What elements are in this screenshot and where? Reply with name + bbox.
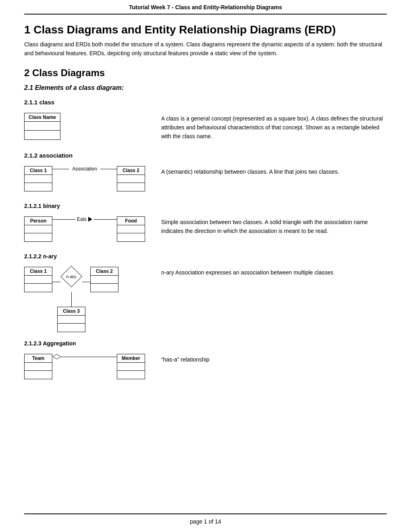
intro-text: Class diagrams and ERDs both model the s…	[24, 40, 387, 58]
nary-class2-method	[91, 284, 118, 292]
binary-diagram: Person Eats Food	[24, 216, 145, 242]
binary-class1-attr	[25, 225, 52, 233]
nary-class3-attr	[58, 316, 85, 324]
svg-marker-0	[53, 354, 61, 359]
assoc-class1-name: Class 1	[25, 166, 52, 175]
aggregation-diagram-row: Team Member “has-a” relation	[24, 354, 387, 379]
main-title: 1 Class Diagrams and Entity Relationship…	[24, 23, 387, 36]
nary-class1-attr	[25, 276, 52, 284]
nary-class3-box: Class 3	[57, 307, 85, 332]
class-diagram-area: Class Name	[24, 113, 161, 140]
nary-diamond-label: n-ary	[66, 274, 76, 279]
binary-diagram-area: Person Eats Food	[24, 216, 161, 242]
section212-title: 2.1.2 association	[24, 152, 387, 159]
page: Tutorial Week 7 - Class and Entity-Relat…	[0, 0, 411, 532]
agg-class1-method	[25, 371, 52, 379]
binary-class2-attr	[117, 225, 145, 233]
binary-arrow-icon	[88, 217, 92, 222]
agg-class2-method	[117, 371, 145, 379]
nary-diagram: Class 1 n-ary Class 2	[24, 267, 118, 332]
nary-class1-method	[25, 284, 52, 292]
assoc-left-line	[52, 169, 69, 169]
nary-desc: n-ary Association expresses an associati…	[161, 267, 387, 277]
assoc-line-container: Association	[52, 166, 117, 172]
class-box: Class Name	[24, 113, 60, 140]
agg-class1-box: Team	[24, 354, 52, 379]
nary-diagram-area: Class 1 n-ary Class 2	[24, 267, 161, 332]
assoc-diagram: Class 1 Association Class 2	[24, 166, 145, 191]
agg-line-container	[52, 354, 117, 360]
binary-class1-box: Person	[24, 216, 52, 242]
nary-diamond-shape: n-ary	[60, 266, 82, 288]
class-diagram-row: Class Name A class is a general concept …	[24, 113, 387, 141]
nary-line-left	[52, 282, 60, 282]
assoc-right-line	[100, 169, 117, 169]
aggregation-desc: “has-a” relationship	[161, 354, 387, 364]
section2-title: 2 Class Diagrams	[24, 67, 387, 79]
section2123-title: 2.1.2.3 Aggregation	[24, 340, 387, 347]
assoc-class2-name: Class 2	[117, 166, 145, 175]
agg-line	[61, 357, 117, 357]
nary-class1-name: Class 1	[25, 267, 52, 276]
assoc-label: Association	[69, 166, 100, 172]
binary-right-line	[94, 219, 117, 220]
agg-diamond-icon	[52, 354, 61, 360]
aggregation-diagram: Team Member	[24, 354, 145, 379]
assoc-class2-method	[117, 183, 145, 191]
nary-class2-name: Class 2	[91, 267, 118, 276]
nary-class1-box: Class 1	[24, 267, 52, 292]
nary-class3-name: Class 3	[58, 307, 85, 316]
nary-class3-method	[58, 324, 85, 332]
binary-class2-method	[117, 233, 145, 241]
assoc-diagram-area: Class 1 Association Class 2	[24, 166, 161, 191]
header-title: Tutorial Week 7 - Class and Entity-Relat…	[129, 4, 282, 10]
nary-class2-box: Class 2	[90, 267, 118, 292]
class-methods-section	[25, 131, 60, 139]
assoc-desc: A (semantic) relationship between classe…	[161, 166, 387, 177]
agg-class2-box: Member	[117, 354, 145, 379]
assoc-class1-attr	[25, 175, 52, 183]
binary-left-line	[52, 219, 75, 220]
agg-class1-name: Team	[25, 354, 52, 363]
assoc-class1-box: Class 1	[24, 166, 52, 191]
section2122-title: 2.1.2.2 n-ary	[24, 253, 387, 260]
nary-bottom-area: Class 3	[57, 292, 85, 332]
section21-title: 2.1 Elements of a class diagram:	[24, 84, 387, 91]
binary-class1-name: Person	[25, 217, 52, 225]
binary-class2-name: Food	[117, 217, 145, 225]
assoc-diagram-row: Class 1 Association Class 2 A (semantic)…	[24, 166, 387, 191]
nary-vert-line	[71, 292, 72, 307]
binary-assoc-label: Eats	[75, 216, 88, 222]
nary-diamond-wrap: n-ary	[60, 266, 82, 287]
footer-text: page 1 of 14	[190, 518, 221, 525]
nary-class2-attr	[91, 276, 118, 284]
nary-top-row: Class 1 n-ary Class 2	[24, 267, 118, 292]
nary-line-right	[82, 282, 90, 282]
section211-title: 2.1.1 class	[24, 99, 387, 106]
binary-desc: Simple association between two classes. …	[161, 216, 387, 235]
assoc-class2-box: Class 2	[117, 166, 145, 191]
class-desc: A class is a general concept (represente…	[161, 113, 387, 141]
section2121-title: 2.1.2.1 binary	[24, 203, 387, 209]
assoc-class1-method	[25, 183, 52, 191]
aggregation-diagram-area: Team Member	[24, 354, 161, 379]
agg-class2-attr	[117, 363, 145, 371]
assoc-class2-attr	[117, 175, 145, 183]
class-name-label: Class Name	[25, 113, 60, 122]
class-attrs-section	[25, 122, 60, 131]
binary-class2-box: Food	[117, 216, 145, 242]
agg-class2-name: Member	[117, 354, 145, 363]
binary-line-container: Eats	[52, 216, 117, 222]
nary-diagram-row: Class 1 n-ary Class 2	[24, 267, 387, 332]
agg-class1-attr	[25, 363, 52, 371]
footer-bar: page 1 of 14	[24, 513, 387, 532]
binary-class1-method	[25, 233, 52, 241]
header-bar: Tutorial Week 7 - Class and Entity-Relat…	[24, 0, 387, 15]
binary-diagram-row: Person Eats Food Simple associa	[24, 216, 387, 242]
